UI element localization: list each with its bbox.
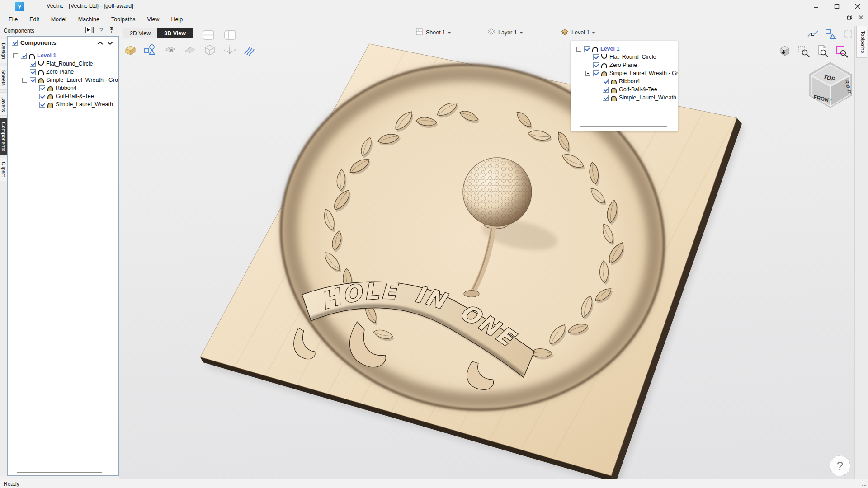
visibility-checkbox[interactable] [593, 54, 599, 60]
menu-item[interactable]: Model [45, 14, 72, 25]
horizontal-scrollbar[interactable] [17, 472, 102, 473]
visibility-checkbox[interactable] [593, 70, 599, 76]
component-icon [601, 63, 607, 68]
svg-text:x: x [234, 48, 236, 51]
tree-item[interactable]: Flat_Round_Circle [571, 53, 678, 61]
view-tab[interactable]: 3D View [157, 28, 193, 38]
help-icon[interactable]: ? [99, 27, 104, 35]
menu-item[interactable]: View [142, 14, 165, 25]
collapse-panel-icon[interactable] [85, 27, 94, 35]
dropdown-selector[interactable]: Level 1 [561, 28, 595, 37]
tree-item[interactable]: Simple_Laurel_Wreath - Gro [571, 69, 678, 77]
selector-icon [487, 28, 495, 37]
expand-toggle-icon[interactable] [576, 47, 581, 52]
chevron-up-icon[interactable] [97, 39, 103, 47]
edit-nodes-icon[interactable] [806, 27, 820, 41]
zoom-material-icon[interactable] [835, 44, 849, 58]
left-vertical-tab[interactable]: Design [0, 39, 7, 63]
minimize-button[interactable] [806, 0, 826, 13]
toolpaths-tab[interactable]: Toolpaths [856, 26, 867, 58]
mdi-restore-icon[interactable] [847, 14, 852, 22]
tree-item[interactable]: Simple_Laurel_Wreath [571, 94, 678, 102]
golf-award-render: HOLE IN ONE [119, 40, 854, 479]
menu-item[interactable]: Edit [24, 14, 45, 25]
left-vertical-tab[interactable]: Components [0, 118, 7, 155]
menu-bar: FileEditModelMachineToolpathsViewHelp [0, 13, 868, 26]
visibility-checkbox[interactable] [21, 53, 27, 59]
tree-item[interactable]: Ribbon4 [8, 84, 118, 92]
draw-shapes-icon[interactable] [143, 43, 157, 57]
left-vertical-tab[interactable]: Clipart [0, 158, 7, 181]
tree-item[interactable]: Zero Plane [8, 68, 118, 76]
visibility-checkbox[interactable] [39, 102, 45, 108]
status-bar: Ready [0, 479, 868, 488]
view-cube[interactable]: TOP FRONT RIGHT [809, 62, 852, 108]
tree-item[interactable]: Ribbon4 [571, 77, 678, 85]
visibility-checkbox[interactable] [584, 46, 590, 52]
component-icon [47, 86, 53, 91]
expand-toggle-icon[interactable] [22, 78, 27, 83]
menu-item[interactable]: Help [165, 14, 189, 25]
dropdown-selector[interactable]: Sheet 1 [416, 28, 451, 37]
components-visibility-checkbox[interactable] [12, 40, 18, 46]
left-vertical-tab[interactable]: Sheets [0, 66, 7, 90]
canvas-view-icons [778, 44, 849, 58]
axis-icon: zyx [223, 43, 236, 57]
expand-toggle-icon[interactable] [585, 71, 590, 76]
expand-toggle-icon[interactable] [13, 53, 18, 58]
components-tree: Level 1 Flat_Round_Circle Zero Plane [8, 49, 118, 108]
visibility-checkbox[interactable] [603, 95, 609, 101]
view-tab[interactable]: 2D View [123, 28, 157, 38]
vectric-logo [15, 2, 24, 11]
caret-down-icon [520, 32, 523, 34]
horizontal-scrollbar[interactable] [580, 126, 667, 127]
components-tree-header: Components [8, 37, 118, 49]
visibility-checkbox[interactable] [593, 62, 599, 68]
visibility-checkbox[interactable] [39, 85, 45, 91]
tree-item[interactable]: Level 1 [8, 52, 118, 60]
zoom-selection-icon[interactable] [797, 44, 811, 58]
menu-item[interactable]: Machine [72, 14, 105, 25]
3d-view-canvas[interactable]: HOLE IN ONE zyx [119, 40, 854, 479]
visibility-checkbox[interactable] [30, 69, 36, 75]
right-panel-strip: Toolpaths [854, 26, 868, 479]
mdi-minimize-icon[interactable] [836, 14, 840, 22]
close-button[interactable] [847, 0, 868, 13]
visibility-checkbox[interactable] [39, 94, 45, 99]
caret-down-icon [592, 32, 595, 34]
component-icon [601, 71, 607, 76]
visibility-checkbox[interactable] [603, 79, 609, 84]
maximize-button[interactable] [826, 0, 847, 13]
zoom-drawing-icon[interactable] [816, 44, 830, 58]
left-vertical-tab[interactable]: Layers [0, 92, 7, 116]
tree-item[interactable]: Flat_Round_Circle [8, 60, 118, 68]
tree-item[interactable]: Golf-Ball-&-Tee [8, 92, 118, 100]
top-toolbar: 2D View3D View Sheet 1 Layer 1 [119, 26, 854, 40]
tree-item[interactable]: Golf-Ball-&-Tee [571, 85, 678, 94]
menu-item[interactable]: Toolpaths [105, 14, 142, 25]
selector-icon [416, 28, 423, 37]
component-icon [38, 61, 44, 66]
visibility-checkbox[interactable] [603, 87, 609, 93]
component-icon [601, 54, 607, 59]
tree-item[interactable]: Simple_Laurel_Wreath - Gro [8, 76, 118, 84]
iso-view-cube-icon[interactable] [778, 44, 792, 58]
floating-components-tree: Level 1 Flat_Round_Circle Zero Plane [571, 41, 678, 102]
dropdown-selector[interactable]: Layer 1 [487, 28, 523, 37]
chevron-down-icon[interactable] [107, 39, 113, 47]
tree-item[interactable]: Zero Plane [571, 61, 678, 69]
pin-icon[interactable] [109, 27, 114, 35]
menu-item[interactable]: File [3, 14, 24, 25]
tree-item[interactable]: Level 1 [571, 45, 678, 53]
material-block-icon[interactable] [123, 43, 137, 57]
floating-components-panel[interactable]: Level 1 Flat_Round_Circle Zero Plane [571, 41, 678, 131]
title-bar: Vectric - {Vectric Ltd} - [golf-award] [0, 0, 868, 13]
resize-grip[interactable] [860, 480, 866, 487]
visibility-checkbox[interactable] [30, 61, 36, 67]
toolpath-waves-icon[interactable] [243, 43, 256, 57]
mdi-close-icon[interactable] [859, 14, 863, 22]
help-button[interactable]: ? [830, 455, 850, 476]
tree-item[interactable]: Simple_Laurel_Wreath [8, 100, 118, 108]
visibility-checkbox[interactable] [30, 77, 36, 83]
transform-icon[interactable] [824, 27, 837, 41]
